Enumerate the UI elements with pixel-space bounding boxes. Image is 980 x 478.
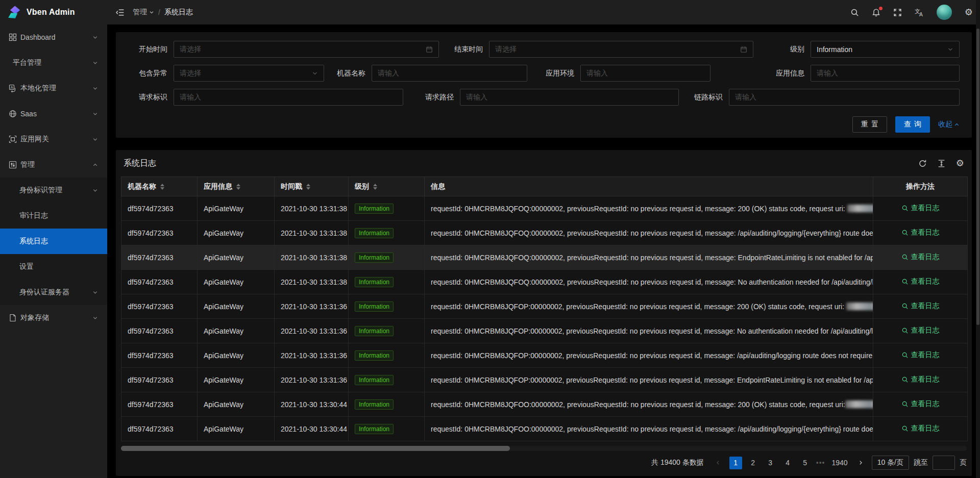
sidebar-item-label: 管理 [20, 160, 92, 169]
view-log-link[interactable]: 查看日志 [901, 253, 940, 262]
sidebar-item-saas[interactable]: Saas [0, 101, 107, 127]
environment-input[interactable]: 请输入 [580, 65, 710, 82]
request-path-input[interactable]: 请输入 [460, 89, 679, 106]
collapse-filter-link[interactable]: 收起 [938, 120, 960, 129]
level-badge: Information [355, 375, 394, 385]
action-cell: 查看日志 [873, 417, 968, 441]
page-button-5[interactable]: 5 [799, 457, 812, 469]
view-log-link[interactable]: 查看日志 [901, 424, 940, 433]
action-cell: 查看日志 [873, 270, 968, 294]
window-scrollbar-thumb[interactable] [976, 29, 979, 325]
sidebar-item-dashboard[interactable]: Dashboard [0, 24, 107, 50]
sidebar-item-storage[interactable]: 对象存储 [0, 305, 107, 331]
storage-icon [9, 314, 17, 322]
app-cell: ApiGateWay [198, 368, 275, 392]
request-id-label: 请求标识 [128, 93, 167, 102]
sidebar-item-settings[interactable]: 设置 [0, 254, 107, 280]
level-select[interactable]: Information [811, 41, 960, 58]
svg-text:A: A [919, 12, 923, 17]
sidebar-item-locale[interactable]: A本地化管理 [0, 76, 107, 101]
translate-icon[interactable]: 文 A [915, 8, 924, 17]
window-scrollbar[interactable] [976, 0, 980, 478]
machine-cell: df5974d72363 [121, 245, 198, 270]
search-icon[interactable] [850, 8, 859, 17]
machine-input[interactable]: 请输入 [372, 65, 527, 82]
level-badge: Information [355, 204, 394, 214]
table-settings-gear-icon[interactable]: ⚙ [956, 159, 964, 168]
search-button[interactable]: 查询 [895, 116, 930, 133]
table-row: df5974d72363ApiGateWay2021-10-30 13:31:3… [121, 221, 968, 245]
end-time-input[interactable]: 请选择 [489, 41, 753, 58]
search-icon [901, 303, 909, 310]
column-header-3[interactable]: 时间戳 [275, 177, 349, 196]
page-size-select[interactable]: 10 条/页 [872, 456, 909, 470]
next-page-button[interactable] [854, 457, 867, 469]
action-cell: 查看日志 [873, 319, 968, 343]
search-icon [901, 351, 909, 359]
app-info-input[interactable]: 请输入 [811, 65, 960, 82]
refresh-icon[interactable] [918, 159, 927, 168]
trace-id-input[interactable]: 请输入 [729, 89, 960, 106]
sort-icon[interactable] [373, 184, 377, 190]
sidebar-item-label: 本地化管理 [20, 84, 92, 93]
sidebar-item-system-log[interactable]: 系统日志 [0, 229, 107, 254]
sidebar-item-auth-server[interactable]: 身份认证服务器 [0, 280, 107, 305]
page-button-3[interactable]: 3 [764, 457, 777, 469]
sort-icon[interactable] [306, 184, 310, 190]
fullscreen-icon[interactable] [893, 8, 902, 17]
prev-page-button[interactable] [712, 457, 725, 469]
page-button-4[interactable]: 4 [781, 457, 794, 469]
exception-select[interactable]: 请选择 [174, 65, 324, 82]
redacted-text [847, 205, 873, 212]
start-time-input[interactable]: 请选择 [174, 41, 439, 58]
gear-icon[interactable]: ⚙ [965, 8, 973, 17]
view-log-link[interactable]: 查看日志 [901, 228, 940, 237]
page-button-1940[interactable]: 1940 [829, 457, 849, 469]
view-log-link[interactable]: 查看日志 [901, 375, 940, 384]
chevron-up-icon [954, 122, 960, 128]
sidebar-item-platform[interactable]: 平台管理 [0, 50, 107, 76]
dashboard-icon [9, 33, 17, 41]
avatar[interactable] [937, 5, 952, 20]
column-header-2[interactable]: 应用信息 [198, 177, 275, 196]
page-jump-input[interactable] [933, 456, 955, 470]
view-log-link[interactable]: 查看日志 [901, 350, 940, 360]
sort-icon[interactable] [236, 184, 240, 190]
action-cell: 查看日志 [873, 294, 968, 319]
table-title: 系统日志 [124, 158, 156, 169]
notification-bell-icon[interactable] [872, 8, 880, 17]
page-button-2[interactable]: 2 [747, 457, 760, 469]
action-cell: 查看日志 [873, 368, 968, 392]
sidebar-item-gateway[interactable]: 应用网关 [0, 127, 107, 152]
view-log-link[interactable]: 查看日志 [901, 326, 940, 335]
sidebar-item-label: 系统日志 [19, 237, 98, 246]
request-id-input[interactable]: 请输入 [174, 89, 403, 106]
view-log-link[interactable]: 查看日志 [901, 204, 940, 213]
row-height-icon[interactable] [937, 159, 946, 168]
table-row: df5974d72363ApiGateWay2021-10-30 13:31:3… [121, 245, 968, 270]
horizontal-scrollbar-thumb[interactable] [121, 446, 510, 451]
breadcrumb-parent[interactable]: 管理 [133, 8, 154, 17]
app-cell: ApiGateWay [198, 319, 275, 343]
sidebar-item-manage[interactable]: 管理 [0, 152, 107, 178]
sidebar-item-identity[interactable]: 身份标识管理 [0, 178, 107, 203]
view-log-link[interactable]: 查看日志 [901, 277, 940, 286]
content: 开始时间 请选择 结束时间 请选择 [107, 24, 980, 478]
message-cell: requestId: 0HMCRBM8JQFOQ:00000002, previ… [425, 196, 873, 221]
menu-fold-icon[interactable] [111, 0, 129, 24]
view-log-link[interactable]: 查看日志 [901, 301, 940, 311]
pagination-ellipsis[interactable]: ••• [816, 459, 825, 467]
column-header-4[interactable]: 级别 [349, 177, 425, 196]
svg-text:A: A [11, 85, 14, 90]
table-row: df5974d72363ApiGateWay2021-10-30 13:31:3… [121, 319, 968, 343]
horizontal-scrollbar[interactable] [121, 446, 967, 451]
view-log-link[interactable]: 查看日志 [901, 399, 940, 409]
logo[interactable]: Vben Admin [0, 0, 107, 24]
reset-button[interactable]: 重置 [852, 116, 887, 133]
table-row: df5974d72363ApiGateWay2021-10-30 13:31:3… [121, 343, 968, 368]
page-button-1[interactable]: 1 [729, 457, 742, 469]
column-header-1[interactable]: 机器名称 [121, 177, 198, 196]
sidebar-item-audit-log[interactable]: 审计日志 [0, 203, 107, 229]
sort-icon[interactable] [160, 184, 164, 190]
trace-id-label: 链路标识 [694, 93, 723, 102]
